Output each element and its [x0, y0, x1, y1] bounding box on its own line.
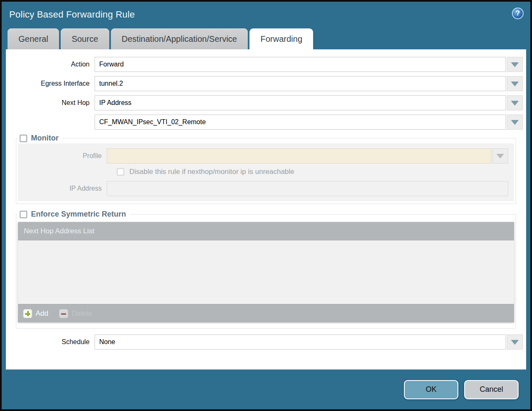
chevron-down-icon: [511, 101, 519, 105]
table-header: Next Hop Address List: [18, 222, 514, 240]
chevron-down-icon: [511, 340, 519, 345]
delete-button-label: Delete: [72, 309, 92, 318]
plus-icon: [23, 309, 32, 318]
next-hop-address-dropdown-button[interactable]: [507, 115, 523, 130]
tab-forwarding[interactable]: Forwarding: [249, 28, 313, 49]
chevron-down-icon: [511, 82, 519, 86]
next-hop-row: Next Hop IP Address: [6, 95, 523, 110]
next-hop-type-dropdown-button[interactable]: [507, 95, 523, 110]
next-hop-address-row: CF_MWAN_IPsec_VTI_02_Remote: [6, 115, 523, 130]
symmetric-return-legend: Enforce Symmetric Return: [18, 210, 129, 219]
monitor-ip-row: IP Address: [18, 181, 508, 196]
pbf-rule-dialog: Policy Based Forwarding Rule ? General S…: [0, 0, 532, 411]
dialog-title: Policy Based Forwarding Rule: [9, 9, 135, 20]
action-label: Action: [6, 61, 95, 68]
help-icon[interactable]: ?: [512, 8, 524, 19]
delete-button[interactable]: Delete: [59, 309, 92, 318]
next-hop-label: Next Hop: [6, 99, 95, 107]
next-hop-address-combo[interactable]: CF_MWAN_IPsec_VTI_02_Remote: [95, 115, 506, 130]
egress-interface-row: Egress Interface tunnel.2: [6, 76, 523, 91]
monitor-legend: Monitor: [18, 134, 62, 143]
add-button[interactable]: Add: [23, 309, 48, 318]
monitor-panel: Profile Disable this rule if nexthop/mon…: [18, 143, 514, 201]
next-hop-address-list-table: Next Hop Address List Add Delete: [18, 222, 514, 322]
table-header-label: Next Hop Address List: [24, 227, 94, 235]
next-hop-type-select[interactable]: IP Address: [95, 95, 506, 110]
monitor-checkbox[interactable]: [20, 135, 27, 142]
profile-row: Profile: [18, 148, 508, 163]
table-body-empty[interactable]: [18, 240, 514, 304]
disable-rule-checkbox: [117, 168, 124, 176]
symmetric-return-legend-label: Enforce Symmetric Return: [31, 210, 126, 219]
chevron-down-icon: [511, 120, 519, 125]
disable-rule-row: Disable this rule if nexthop/monitor ip …: [117, 168, 509, 176]
tab-destination-application-service[interactable]: Destination/Application/Service: [111, 28, 248, 49]
symmetric-return-checkbox[interactable]: [20, 211, 27, 218]
action-row: Action Forward: [6, 57, 523, 72]
add-button-label: Add: [36, 309, 48, 318]
minus-icon: [59, 309, 68, 318]
egress-interface-select[interactable]: tunnel.2: [95, 76, 506, 91]
monitor-section: Monitor Profile Disable this rule if nex…: [16, 134, 516, 204]
tab-general[interactable]: General: [8, 28, 59, 49]
chevron-down-icon: [511, 62, 519, 67]
monitor-ip-input: [107, 181, 508, 196]
monitor-ip-label: IP Address: [18, 185, 107, 192]
schedule-dropdown-button[interactable]: [507, 334, 523, 350]
schedule-select[interactable]: None: [95, 334, 506, 350]
dialog-titlebar: Policy Based Forwarding Rule ?: [2, 2, 530, 28]
egress-interface-dropdown-button[interactable]: [507, 76, 523, 91]
tab-bar: General Source Destination/Application/S…: [2, 28, 530, 49]
action-dropdown-button[interactable]: [507, 57, 523, 72]
egress-interface-label: Egress Interface: [6, 80, 95, 87]
profile-label: Profile: [18, 152, 107, 160]
table-footer: Add Delete: [18, 304, 514, 322]
action-select[interactable]: Forward: [95, 57, 506, 72]
disable-rule-label: Disable this rule if nexthop/monitor ip …: [129, 168, 294, 176]
monitor-legend-label: Monitor: [31, 134, 59, 143]
ok-button[interactable]: OK: [404, 380, 458, 399]
cancel-button[interactable]: Cancel: [464, 380, 519, 399]
forwarding-tab-panel: Action Forward Egress Interface tunnel.2…: [6, 49, 526, 370]
schedule-row: Schedule None: [6, 334, 523, 350]
profile-select: [107, 148, 491, 163]
dialog-footer: OK Cancel: [2, 370, 530, 409]
symmetric-return-section: Enforce Symmetric Return Next Hop Addres…: [16, 210, 516, 329]
profile-dropdown-button: [492, 148, 508, 163]
schedule-label: Schedule: [6, 338, 95, 346]
tab-source[interactable]: Source: [61, 28, 109, 49]
chevron-down-icon: [496, 154, 504, 158]
